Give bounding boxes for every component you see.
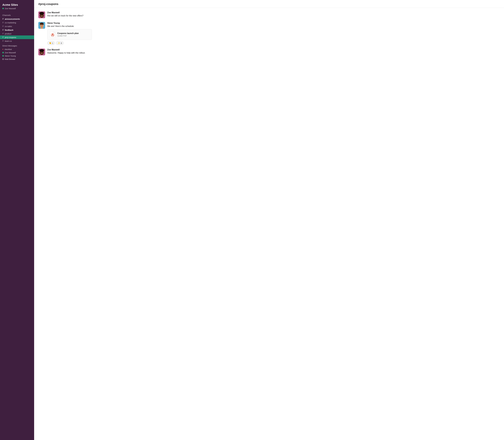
dm-name-label: Matt Brewer: [5, 58, 15, 60]
message-text: Are we still on track for the new offers…: [47, 14, 500, 17]
hash-icon: #: [2, 25, 3, 28]
message-body: Zoe Maxwell Are we still on track for th…: [47, 12, 500, 17]
reaction-count: 8: [61, 42, 62, 44]
online-status-dot: [2, 52, 4, 53]
channel-header-title: #proj-coupons: [38, 2, 58, 6]
file-info: Coupons launch plan 314kB PDF: [57, 32, 79, 37]
hash-icon: #: [2, 21, 3, 24]
hash-icon: #: [2, 32, 3, 35]
pdf-file-icon: [50, 31, 55, 38]
heart-icon: ♥: [2, 48, 3, 50]
file-meta: 314kB PDF: [57, 35, 79, 37]
dm-name-label: Zoe Maxwell: [5, 52, 16, 54]
sidebar-item-team-cs[interactable]: # team-cs: [0, 39, 34, 43]
message-sender: Zoe Maxwell: [47, 12, 500, 14]
message-row: Steve Young We are! Here's the schedule:: [38, 22, 500, 45]
channel-name-label: cs-marketing: [5, 22, 16, 24]
dm-section-label: Direct Messages: [0, 43, 34, 48]
message-row: Zoe Maxwell Awesome. Happy to help with …: [38, 49, 500, 55]
channel-name-label: team-cs: [5, 40, 12, 42]
message-body: Zoe Maxwell Awesome. Happy to help with …: [47, 49, 500, 55]
sidebar-item-feedback[interactable]: # feedback: [0, 28, 34, 32]
message-text: We are! Here's the schedule:: [47, 25, 500, 28]
svg-point-14: [41, 26, 42, 26]
avatar-svg: [38, 12, 45, 18]
sidebar-item-product[interactable]: # product: [0, 32, 34, 35]
svg-point-12: [41, 25, 41, 26]
svg-point-15: [41, 26, 43, 27]
sidebar-item-slackbot[interactable]: ♥ slackbot: [0, 48, 34, 51]
message-text: Awesome. Happy to help with the rollout.: [47, 51, 500, 55]
message-row: Zoe Maxwell Are we still on track for th…: [38, 12, 500, 18]
sidebar: Acme Sites Zoe Maxwell Channels # announ…: [0, 0, 34, 440]
channel-name-label: product: [5, 33, 11, 35]
avatar-svg: [38, 22, 45, 29]
reactions-row: 👏 1 ✨ 8: [47, 41, 500, 45]
user-status-dot: [2, 8, 4, 9]
avatar-svg: [38, 49, 45, 55]
sidebar-item-cs-marketing[interactable]: # cs-marketing: [0, 21, 34, 24]
online-status-dot: [2, 55, 4, 56]
svg-point-2: [39, 12, 44, 14]
workspace-title: Acme Sites: [0, 3, 34, 7]
message-body: Steve Young We are! Here's the schedule:: [47, 22, 500, 45]
messages-area: Zoe Maxwell Are we still on track for th…: [34, 8, 504, 440]
main-content: #proj-coupons: [34, 0, 504, 440]
hash-icon: #: [2, 18, 3, 20]
current-user-status: Zoe Maxwell: [0, 7, 34, 12]
avatar-zoe: [38, 49, 45, 55]
hash-icon: #: [2, 36, 3, 39]
sidebar-item-cs-sales[interactable]: # cs-sales: [0, 24, 34, 28]
channel-name-label: proj-coupons: [5, 36, 16, 39]
sidebar-item-matt-brewer-dm[interactable]: Matt Brewer: [0, 57, 34, 61]
svg-rect-11: [40, 24, 43, 25]
dm-name-label: Steve Young: [5, 55, 16, 57]
svg-point-5: [42, 14, 43, 15]
file-attachment[interactable]: Coupons launch plan 314kB PDF: [47, 29, 92, 40]
svg-point-13: [42, 25, 43, 26]
sidebar-item-proj-coupons[interactable]: # proj-coupons: [0, 35, 34, 39]
current-user-name: Zoe Maxwell: [5, 7, 16, 10]
sidebar-item-steve-young-dm[interactable]: Steve Young: [0, 54, 34, 57]
message-sender: Zoe Maxwell: [47, 49, 500, 51]
file-name: Coupons launch plan: [57, 32, 79, 35]
avatar-zoe: [38, 12, 45, 18]
pdf-icon-wrap: [50, 31, 55, 38]
reaction-count: 1: [52, 42, 53, 44]
channel-header: #proj-coupons: [34, 0, 504, 8]
message-sender: Steve Young: [47, 22, 500, 24]
reaction-emoji: ✨: [58, 42, 60, 44]
svg-point-25: [41, 52, 41, 52]
channel-name-label: feedback: [5, 29, 13, 31]
sidebar-item-zoe-maxwell-dm[interactable]: Zoe Maxwell: [0, 51, 34, 54]
reaction-emoji: 👏: [49, 42, 52, 44]
dm-name-label: slackbot: [5, 48, 12, 50]
hash-icon: #: [2, 29, 3, 31]
sidebar-item-announcements[interactable]: # announcements: [0, 17, 34, 21]
hash-icon: #: [2, 40, 3, 42]
channels-section-label: Channels: [0, 12, 34, 17]
channel-name-label: announcements: [5, 18, 20, 20]
avatar-steve: [38, 22, 45, 29]
svg-point-23: [39, 49, 44, 52]
svg-point-26: [42, 52, 43, 52]
offline-status-dot: [2, 58, 4, 60]
reaction-clap[interactable]: 👏 1: [47, 41, 55, 45]
channel-name-label: cs-sales: [5, 25, 12, 28]
svg-point-4: [41, 14, 41, 15]
reaction-sparkles[interactable]: ✨ 8: [56, 41, 64, 45]
